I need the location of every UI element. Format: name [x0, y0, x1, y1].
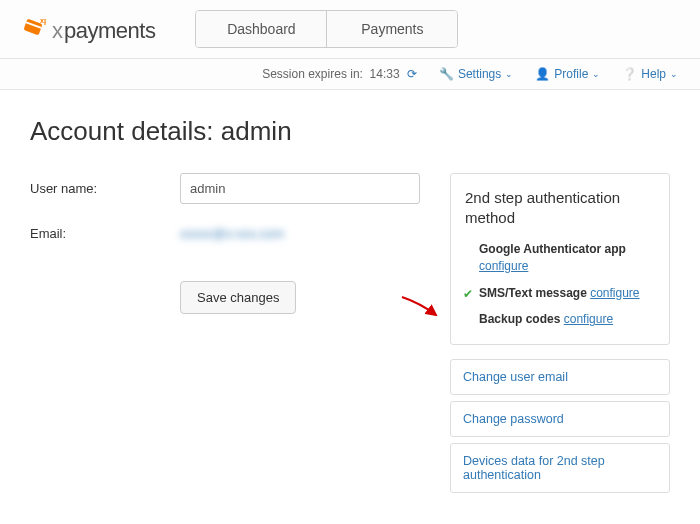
logo-text-payments: payments — [64, 18, 155, 44]
user-icon: 👤 — [535, 67, 550, 81]
logo-text-x: x — [52, 18, 62, 44]
settings-menu[interactable]: 🔧Settings⌄ — [439, 67, 513, 81]
chevron-down-icon: ⌄ — [592, 69, 600, 79]
session-label: Session expires in: — [262, 67, 363, 81]
two-step-heading: 2nd step authentication method — [465, 188, 655, 227]
email-label: Email: — [30, 226, 180, 241]
method-backup: Backup codes configure — [465, 311, 655, 328]
session-time: 14:33 — [370, 67, 400, 81]
svg-text:xp: xp — [40, 17, 46, 25]
chevron-down-icon: ⌄ — [505, 69, 513, 79]
email-value: xxxxx@x-xxx.com — [180, 226, 284, 241]
method-google-label: Google Authenticator app — [479, 242, 626, 256]
method-sms-label: SMS/Text message — [479, 286, 587, 300]
configure-backup-link[interactable]: configure — [564, 312, 613, 326]
save-button[interactable]: Save changes — [180, 281, 296, 314]
profile-menu[interactable]: 👤Profile⌄ — [535, 67, 600, 81]
method-sms: ✔ SMS/Text message configure — [465, 285, 655, 302]
tab-dashboard[interactable]: Dashboard — [196, 11, 326, 47]
help-icon: ❔ — [622, 67, 637, 81]
main-tabs: Dashboard Payments — [195, 10, 458, 48]
logo: xp xpayments — [20, 14, 155, 44]
help-menu[interactable]: ❔Help⌄ — [622, 67, 678, 81]
profile-label: Profile — [554, 67, 588, 81]
configure-google-link[interactable]: configure — [479, 259, 528, 273]
page-title: Account details: admin — [30, 116, 670, 147]
method-backup-label: Backup codes — [479, 312, 560, 326]
two-step-panel: 2nd step authentication method Google Au… — [450, 173, 670, 345]
logo-icon: xp — [20, 14, 46, 40]
change-email-button[interactable]: Change user email — [450, 359, 670, 395]
session-expires: Session expires in: 14:33 ⟳ — [262, 67, 417, 81]
devices-button[interactable]: Devices data for 2nd step authentication — [450, 443, 670, 493]
change-password-button[interactable]: Change password — [450, 401, 670, 437]
method-google: Google Authenticator app configure — [465, 241, 655, 275]
chevron-down-icon: ⌄ — [670, 69, 678, 79]
tab-payments[interactable]: Payments — [326, 11, 457, 47]
configure-sms-link[interactable]: configure — [590, 286, 639, 300]
username-input[interactable] — [180, 173, 420, 204]
help-label: Help — [641, 67, 666, 81]
check-icon: ✔ — [463, 286, 473, 303]
username-label: User name: — [30, 181, 180, 196]
wrench-icon: 🔧 — [439, 67, 454, 81]
refresh-icon[interactable]: ⟳ — [407, 67, 417, 81]
settings-label: Settings — [458, 67, 501, 81]
